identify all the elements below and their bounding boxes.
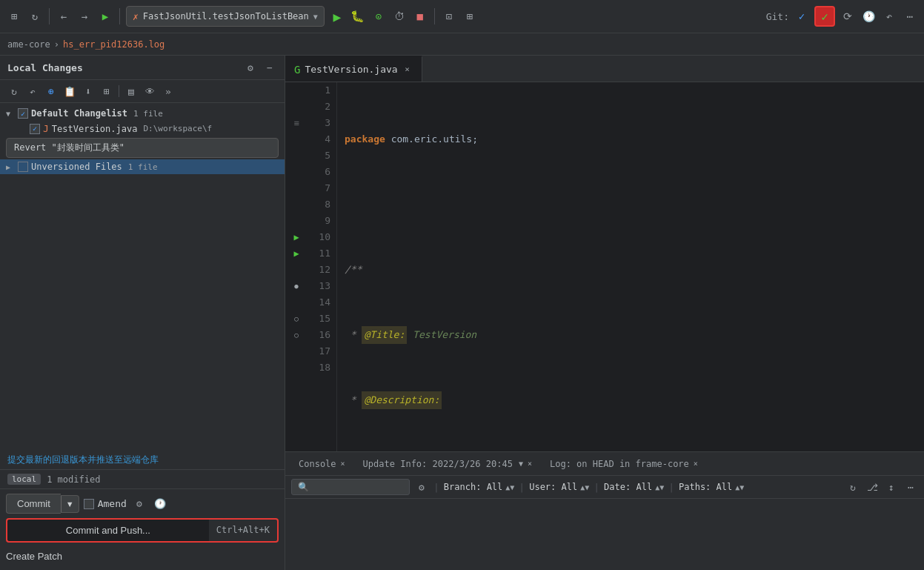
date-selector[interactable]: Date: All ▲▼ [604,482,664,492]
divider3 [434,8,435,24]
run-btn[interactable]: ▶ [329,8,345,24]
amend-checkbox[interactable] [84,499,94,509]
amend-toggle[interactable]: Amend [84,498,127,509]
ln-7: 7 [313,180,330,196]
file-path: D:\workspace\f [143,124,212,133]
code-editor[interactable]: ≡ ▶ ▶ ● ○ ○ 1 2 3 4 [285,82,924,451]
refresh-local-icon[interactable]: ↻ [6,83,22,99]
git-history-icon[interactable]: 🕐 [860,8,877,24]
eye-icon[interactable]: 👁 [142,83,158,99]
gutter-10[interactable]: ▶ [293,229,299,245]
sep1 [119,85,119,97]
branch-selector[interactable]: Branch: All ▲▼ [444,482,515,492]
log-more-icon[interactable]: ⋯ [903,480,918,494]
update-info-tab[interactable]: Update Info: 2022/3/26 20:45 ▼ × [356,456,539,472]
commit-push-button[interactable]: Commit and Push... [6,518,209,543]
changelist-label: Default Changelist [31,108,127,119]
ln-9: 9 [313,213,330,229]
forward-icon[interactable]: → [76,8,93,24]
unversioned-checkbox[interactable] [18,162,28,172]
tab-close-icon[interactable]: × [402,64,413,75]
commit-area: Commit ▼ Amend ⚙ 🕐 Commit and Push... Ct… [0,488,285,570]
ln-14: 14 [313,294,330,311]
sep-date: | [594,482,599,493]
revert-icon[interactable]: ↶ [24,83,41,99]
user-selector[interactable]: User: All ▲▼ [529,482,589,492]
ln-3: 3 [313,115,330,131]
ln-1: 1 [313,82,330,99]
shelf-icon[interactable]: 📋 [62,83,78,99]
add-icon[interactable]: ⊕ [43,83,59,99]
coverage-icon[interactable]: ⊙ [370,8,387,24]
breadcrumb-file[interactable]: hs_err_pid12636.log [63,39,164,50]
left-panel: Local Changes ⚙ − ↻ ↶ ⊕ 📋 ⬇ ⊞ ▤ 👁 » ▼ ✓ … [0,56,285,570]
git-checkmark-icon[interactable]: ✓ [794,8,810,24]
commit-clock-icon[interactable]: 🕐 [152,496,168,512]
ln-4: 4 [313,131,330,148]
log-settings-icon[interactable]: ⚙ [414,480,429,494]
log-tab-close[interactable]: × [694,460,698,468]
panel-minimize-icon[interactable]: − [262,60,277,75]
more-icon[interactable]: » [160,83,176,99]
changelist-checkbox[interactable]: ✓ [18,108,28,119]
code-content[interactable]: package com.eric.utils; /** * @Title: Te… [337,82,924,451]
update-info-arrow[interactable]: ▼ [519,460,523,468]
panel-settings-icon[interactable]: ⚙ [243,60,258,75]
divider1 [49,8,50,24]
paths-arrow-icon: ▲▼ [735,483,744,491]
update-tab-close[interactable]: × [528,460,532,468]
unshelve-icon[interactable]: ⬇ [80,83,96,99]
profile-icon[interactable]: ⏱ [391,8,408,24]
editor-tab-testversion[interactable]: G TestVersion.java × [285,56,422,82]
run-config-selector[interactable]: ✗ FastJsonUtil.testJsonToListBean ▼ [126,6,325,27]
console-tab[interactable]: Console × [291,456,353,472]
commit-dropdown-button[interactable]: ▼ [61,495,79,513]
save-icon[interactable]: ⊞ [6,8,22,24]
log-branch-icon[interactable]: ⎇ [865,480,880,494]
gutter-13: ● [294,278,298,294]
commit-button[interactable]: Commit [6,494,61,514]
code-line-4: * @Title: TestVersion [345,327,924,343]
changelist-arrow-icon: ▼ [6,110,15,118]
git-push-btn[interactable]: ✓ [814,6,835,27]
git-more-icon[interactable]: ⋯ [902,8,918,24]
breadcrumb-project[interactable]: ame-core [7,39,50,50]
file-row[interactable]: ✓ J TestVersion.java D:\workspace\f [0,121,285,136]
gutter-3-fold[interactable]: ≡ [293,115,299,131]
run-config-label: FastJsonUtil.testJsonToListBean [143,11,309,21]
build2-icon[interactable]: ⊞ [462,8,478,24]
right-panel: G TestVersion.java × ≡ ▶ ▶ ● [285,56,924,570]
create-patch-button[interactable]: Create Patch [6,547,279,566]
commit-push-shortcut: Ctrl+Alt+K [209,518,279,543]
debug-icon[interactable]: 🐛 [350,8,366,24]
file-checkbox[interactable]: ✓ [30,124,40,134]
changelist-row[interactable]: ▼ ✓ Default Changelist 1 file [0,106,285,121]
build-icon[interactable]: ⊡ [441,8,457,24]
refresh-log-icon[interactable]: ↻ [845,480,860,494]
log-search-input[interactable] [291,479,410,495]
ln-15: 15 [313,311,330,327]
git-revert-icon[interactable]: ↶ [881,8,897,24]
console-tab-close[interactable]: × [341,460,345,468]
group-icon[interactable]: ▤ [123,83,139,99]
editor-tab-bar: G TestVersion.java × [285,56,924,82]
git-label: Git: [766,11,789,22]
tab-label: TestVersion.java [305,64,397,75]
log-sort-icon[interactable]: ↕ [884,480,899,494]
back-icon[interactable]: ← [56,8,72,24]
commit-settings-icon[interactable]: ⚙ [131,496,147,512]
run-icon[interactable]: ▶ [97,8,113,24]
file-tree: ▼ ✓ Default Changelist 1 file ✓ J TestVe… [0,103,285,451]
move-icon[interactable]: ⊞ [99,83,115,99]
stop-icon[interactable]: ■ [412,8,428,24]
gutter-11[interactable]: ▶ [293,245,299,262]
log-tab[interactable]: Log: on HEAD in frame-core × [542,456,705,472]
unversioned-arrow-icon: ▶ [6,163,15,171]
ln-18: 18 [313,359,330,376]
sep-paths: | [668,482,674,493]
unversioned-row[interactable]: ▶ Unversioned Files 1 file [0,159,285,174]
paths-selector[interactable]: Paths: All ▲▼ [679,482,744,492]
user-arrow-icon: ▲▼ [580,483,589,491]
git-update-icon[interactable]: ⟳ [840,8,856,24]
refresh-icon[interactable]: ↻ [27,8,43,24]
